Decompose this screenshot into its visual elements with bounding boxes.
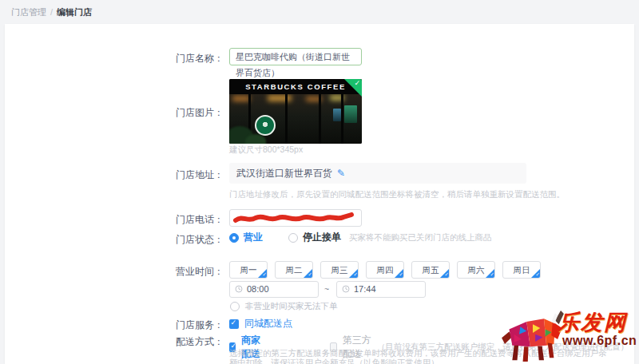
watermark: 乐发网 www.6pf.cn bbox=[502, 308, 639, 364]
breadcrumb-current: 编辑门店 bbox=[57, 7, 92, 17]
breadcrumb-separator: / bbox=[50, 7, 53, 17]
redacted-phone-scribble bbox=[233, 212, 355, 224]
status-help-text: 买家将不能购买已关闭门店的线上商品 bbox=[349, 232, 492, 243]
day-thursday-button[interactable]: 周四 bbox=[366, 261, 404, 279]
business-hours-label: 营业时间： bbox=[152, 265, 224, 279]
day-saturday-button[interactable]: 周六 bbox=[457, 261, 495, 279]
storefront-sign-text: STARBUCKS COFFEE bbox=[229, 79, 362, 94]
end-time-input[interactable]: 17:44 bbox=[336, 281, 426, 298]
store-address-value: 武汉街道口新世界百货 bbox=[236, 168, 332, 179]
day-wednesday-button[interactable]: 周三 bbox=[320, 261, 359, 279]
store-phone-input[interactable] bbox=[229, 209, 362, 227]
store-service-label: 门店服务： bbox=[152, 318, 224, 332]
clock-icon bbox=[235, 285, 243, 293]
day-monday-button[interactable]: 周一 bbox=[229, 261, 268, 279]
breadcrumb-bar: 门店管理/编辑门店 bbox=[0, 0, 639, 22]
edit-store-page: 门店管理/编辑门店 门店名称： 星巴克咖啡代购（街道口新世界百货店） 门店图片：… bbox=[0, 0, 639, 364]
store-image-label: 门店图片： bbox=[152, 106, 224, 120]
address-help-text: 门店地址修改后，原先设置的同城配送范围坐标将被清空，稍后请单独重新设置配送范围。 bbox=[229, 189, 565, 200]
clock-icon bbox=[342, 285, 350, 293]
end-time-value: 17:44 bbox=[354, 284, 376, 294]
day-friday-button[interactable]: 周五 bbox=[411, 261, 450, 279]
delivery-method-label: 配送方式： bbox=[152, 335, 224, 349]
store-image[interactable]: STARBUCKS COFFEE bbox=[229, 79, 362, 144]
store-status-label: 门店状态： bbox=[152, 233, 224, 247]
offhours-block-label: 非营业时间买家无法下单 bbox=[245, 301, 338, 312]
watermark-site-name: 乐发网 bbox=[558, 308, 627, 337]
polygonal-bull-logo-icon bbox=[502, 308, 564, 364]
status-open-label[interactable]: 营业 bbox=[244, 231, 263, 244]
city-delivery-point-label[interactable]: 同城配送点 bbox=[244, 317, 292, 330]
day-sunday-button[interactable]: 周日 bbox=[502, 261, 541, 279]
status-closed-label[interactable]: 停止接单 bbox=[303, 231, 341, 244]
store-address-field[interactable]: 武汉街道口新世界百货✎ bbox=[229, 163, 526, 184]
time-range-separator: ~ bbox=[324, 284, 329, 294]
offhours-block-checkbox[interactable] bbox=[230, 302, 240, 311]
start-time-input[interactable]: 08:00 bbox=[229, 281, 319, 298]
store-phone-label: 门店电话： bbox=[152, 213, 224, 227]
watermark-site-url: www.6pf.cn bbox=[562, 334, 637, 348]
city-delivery-point-checkbox[interactable] bbox=[229, 319, 239, 329]
start-time-value: 08:00 bbox=[247, 284, 269, 294]
status-open-radio[interactable] bbox=[229, 233, 239, 243]
image-size-hint: 建议尺寸800*345px bbox=[229, 144, 303, 156]
day-tuesday-button[interactable]: 周二 bbox=[275, 261, 313, 279]
image-selected-check-icon bbox=[344, 79, 362, 97]
breadcrumb: 门店管理/编辑门店 bbox=[11, 6, 92, 18]
breadcrumb-section[interactable]: 门店管理 bbox=[11, 7, 46, 17]
store-name-label: 门店名称： bbox=[152, 52, 224, 65]
edit-address-icon[interactable]: ✎ bbox=[337, 168, 345, 179]
starbucks-logo-icon bbox=[255, 115, 276, 136]
store-address-label: 门店地址： bbox=[152, 168, 224, 182]
store-name-input[interactable]: 星巴克咖啡代购（街道口新世界百货店） bbox=[229, 48, 362, 65]
storefront-photo bbox=[229, 94, 362, 144]
status-closed-radio[interactable] bbox=[288, 233, 298, 243]
